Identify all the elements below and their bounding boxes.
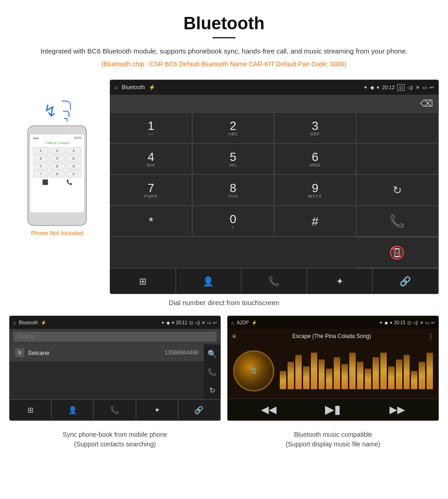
music-content: ↯: [228, 343, 438, 398]
pb-link-icon[interactable]: 🔗: [178, 400, 220, 420]
music-statusbar-right: ✦ ◆ ▾ 20:15 ⊡ ◁) ✕ ▭ ↩: [379, 320, 435, 325]
music-statusbar-left: ⌂ A2DP ⚡: [231, 320, 257, 325]
music-usb-icon: ⚡: [251, 320, 257, 325]
call-red-icon: 📵: [389, 245, 405, 260]
music-bar: [326, 369, 332, 389]
music-bt-overlay-icon: ↯: [250, 365, 258, 377]
music-play-pause-icon[interactable]: ▶▮: [325, 402, 341, 417]
pb-bottom-bar: ⊞ 👤 📞 ✦ 🔗: [10, 399, 220, 420]
pb-phone-icon[interactable]: 📞: [208, 368, 217, 376]
pb-search-input[interactable]: [13, 332, 217, 342]
music-next-icon[interactable]: ▶▶: [389, 404, 405, 416]
dialpad-grid-icon[interactable]: ⊞: [110, 268, 176, 294]
close-icon: ✕: [416, 85, 420, 91]
dial-sub-4: GHI: [147, 163, 155, 167]
music-song-title: Escape (The Pina Colada Song): [236, 333, 427, 339]
dial-key-9[interactable]: 9 WXYZ: [274, 175, 357, 206]
call-green-icon: 📞: [389, 214, 405, 229]
pb-bt-bottom-icon[interactable]: ✦: [136, 400, 178, 420]
dial-key-8[interactable]: 8 TUV: [192, 175, 275, 206]
phone-key-5: 5: [49, 155, 65, 162]
pb-app-name: Bluetooth: [19, 320, 38, 325]
pb-refresh-icon[interactable]: ↻: [209, 386, 215, 395]
pb-time: 20:11: [176, 320, 187, 325]
dialpad-phone-icon[interactable]: 📞: [241, 268, 307, 294]
dialpad-bt-icon[interactable]: ✦: [307, 268, 373, 294]
music-bar: [396, 359, 402, 389]
wifi-icon: ▾: [377, 85, 379, 91]
lower-captions: Sync phone-book from mobile phone (Suppo…: [9, 430, 439, 449]
dialpad-grid: 1 ○○ 2 ABC 3 DEF 4 GHI 5 JKL 6: [110, 112, 438, 237]
pb-wifi-icon: ▾: [172, 320, 174, 325]
pb-search-icon[interactable]: 🔍: [208, 349, 217, 358]
dial-reload[interactable]: ↻: [357, 175, 439, 206]
dial-sub-2: ABC: [228, 132, 238, 136]
bluetooth-symbol-icon: ↯: [43, 102, 57, 121]
music-bar: [280, 371, 286, 389]
phone-key-9: 9: [66, 163, 81, 170]
endcall-row: 📵: [110, 237, 438, 268]
dial-num-6: 6: [312, 151, 318, 163]
dial-call-red[interactable]: 📵: [357, 237, 439, 268]
music-bar: [319, 359, 325, 389]
pb-user-icon[interactable]: 👤: [52, 400, 94, 420]
music-caption-line2: (Support display music file name): [286, 440, 380, 448]
dial-key-4[interactable]: 4 GHI: [110, 144, 192, 175]
dial-key-6[interactable]: 6 MNO: [274, 144, 357, 175]
reload-icon: ↻: [393, 184, 402, 197]
dial-key-3[interactable]: 3 DEF: [274, 113, 357, 144]
dial-key-1[interactable]: 1 ○○: [110, 113, 192, 144]
dial-key-hash[interactable]: #: [274, 206, 357, 237]
dial-sub-6: MNO: [309, 163, 320, 167]
dial-num-1: 1: [148, 120, 154, 132]
pb-statusbar-right: ✦ ◆ ▾ 20:11 ⊡ ◁) ✕ ▭ ↩: [161, 320, 217, 325]
music-app-name: A2DP: [237, 320, 249, 325]
music-bar: [365, 369, 371, 389]
music-bar: [373, 357, 379, 389]
music-bar: [411, 371, 417, 389]
dial-key-star[interactable]: *: [110, 206, 192, 237]
dial-num-0: 0: [230, 213, 236, 225]
dialpad-link-icon[interactable]: 🔗: [373, 268, 438, 294]
phone-key-2: 2: [49, 147, 65, 154]
statusbar-right: ✦ ◆ ▾ 20:12 ⊡ ◁) ✕ ▭ ↩: [363, 84, 434, 91]
music-menu-icon[interactable]: ≡: [232, 333, 236, 340]
page-specs: (Bluetooth chip : CSR BC6 Default Blueto…: [27, 60, 421, 68]
music-bar: [349, 353, 356, 389]
phone-key-hash: #: [66, 171, 81, 177]
title-divider: [213, 37, 235, 38]
dial-display: ⌫: [110, 95, 438, 112]
page-description: Integrated with BC6 Bluetooth module, su…: [27, 46, 421, 57]
pb-grid-icon[interactable]: ⊞: [10, 400, 52, 420]
music-time: 20:15: [394, 320, 405, 325]
pb-call-icon[interactable]: 📞: [94, 400, 136, 420]
back-icon: ↩: [430, 85, 434, 91]
page-title: Bluetooth: [27, 14, 421, 33]
pb-search-bar: [10, 329, 220, 344]
dial-sub-3: DEF: [310, 132, 320, 136]
dial-key-7[interactable]: 7 PQRS: [110, 175, 192, 206]
music-controls: ◀◀ ▶▮ ▶▶: [228, 398, 438, 420]
backspace-icon[interactable]: ⌫: [420, 98, 433, 109]
dial-key-5[interactable]: 5 JKL: [192, 144, 275, 175]
phonebook-caption-line2: (Support contacts searching): [74, 440, 156, 448]
bt-status-icon: ✦: [363, 85, 368, 91]
dial-num-4: 4: [148, 151, 154, 163]
pb-main-area: S Seicane 13566664466 🔍 📞 ↻: [10, 344, 220, 399]
dialpad-contacts-icon[interactable]: 👤: [176, 268, 242, 294]
dial-num-7: 7: [148, 182, 154, 194]
music-more-icon[interactable]: ⋮: [427, 333, 434, 340]
pb-statusbar-left: ⌂ Bluetooth ⚡: [13, 320, 46, 325]
music-loc-icon: ◆: [384, 320, 388, 325]
dial-key-0[interactable]: 0 +: [192, 206, 275, 237]
music-bar: [427, 353, 433, 389]
phone-key-7: 7: [33, 163, 48, 170]
phone-keypad: 1 2 3 4 5 6 7 8 9 * 0 #: [33, 147, 81, 177]
dial-statusbar: ⌂ Bluetooth ⚡ ✦ ◆ ▾ 20:12 ⊡ ◁) ✕ ▭ ↩: [110, 80, 438, 95]
music-prev-icon[interactable]: ◀◀: [261, 404, 277, 416]
music-bar: [419, 362, 425, 389]
dial-call-green[interactable]: 📞: [357, 206, 439, 237]
music-bar: [404, 355, 410, 389]
music-caption-line1: Bluetooth music compatible: [294, 431, 372, 438]
dial-key-2[interactable]: 2 ABC: [192, 113, 275, 144]
